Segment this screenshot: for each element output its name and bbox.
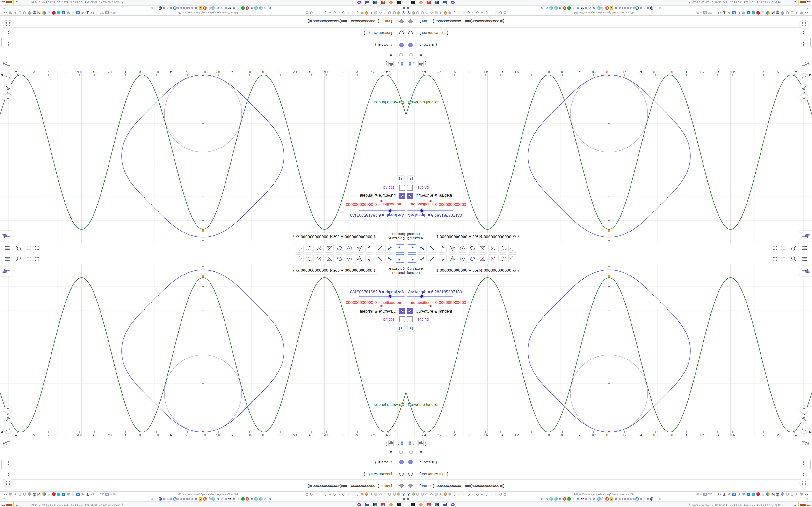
object-visibility-dot[interactable] [400,19,404,24]
gear-icon[interactable] [8,10,12,15]
overflow-icon[interactable] [3,10,7,15]
wrench-icon[interactable] [795,492,799,497]
tab-favicon-g[interactable]: G [558,497,562,501]
shield-cyan-icon[interactable]: U [57,10,61,15]
menu-icon[interactable] [801,245,808,251]
tab-favicon-g[interactable]: G [264,497,267,501]
tool-point-on-line-button[interactable] [489,255,497,263]
tab-favicon-flake-light[interactable] [659,498,661,500]
folder-icon[interactable] [489,10,493,15]
lock-icon[interactable] [503,492,507,497]
tool-move-graphics-view-button[interactable] [508,255,517,263]
tab-favicon-chat[interactable] [173,497,176,501]
tab-favicon-g[interactable]: G [592,6,596,10]
tab-favicon-flake[interactable] [619,7,621,9]
undo-button[interactable] [34,245,40,251]
tool-polygon-button[interactable] [355,255,364,263]
play-step-button[interactable] [407,176,415,182]
star-icon[interactable] [708,10,712,15]
curvature-tangent-checkbox[interactable]: ✓ [407,193,413,199]
translate-icon[interactable]: A [105,492,109,497]
tab-favicon-g[interactable]: G [194,6,198,10]
tool-line-button[interactable] [375,244,384,252]
page-icon[interactable] [790,492,794,497]
ghost-icon[interactable] [351,10,355,15]
tab-favicon-flake[interactable] [647,498,649,500]
ring-sm-icon[interactable] [480,492,484,497]
plus-blue-icon[interactable]: + [747,10,751,15]
shield-cyan-icon[interactable]: U [57,492,61,497]
pencil-icon[interactable] [727,492,731,497]
globe-icon[interactable] [388,492,392,497]
url-bar[interactable]: https://www.geogebra.org/classic/aagcxh3… [551,10,658,15]
tab-favicon-g[interactable]: G [572,497,575,501]
row-kebab-icon[interactable] [8,31,9,36]
translate-blue-icon[interactable]: A [76,492,80,497]
globe-icon[interactable] [374,492,378,497]
sort-icon[interactable] [2,61,11,67]
oval-icon[interactable] [737,492,741,497]
arc-length-slider-thumb[interactable] [419,208,424,213]
tab-favicon-ya[interactable]: Я [605,497,609,501]
tool-polygon-button[interactable] [355,244,364,252]
tab-favicon-flake[interactable] [186,7,188,9]
circle-red-icon[interactable] [52,10,56,15]
wrench-icon[interactable] [369,10,373,15]
arc-icon[interactable] [425,10,429,15]
tab-favicon-flake[interactable] [170,498,172,500]
tab-favicon-ya[interactable]: Я [246,6,249,10]
trash-icon[interactable] [761,492,765,497]
arc-length-slider[interactable] [359,210,405,212]
wrench-icon[interactable] [439,492,443,497]
collapse-icon[interactable]: − [400,53,403,56]
zoom-in-button[interactable] [4,415,12,423]
tool-circle-center-point-button[interactable] [458,255,467,263]
plus-blue-icon[interactable]: + [61,492,65,497]
ghost-icon[interactable] [346,492,350,497]
fx-icon[interactable]: fx [394,440,400,446]
d-square-icon[interactable]: D [37,10,41,15]
olive-icon[interactable] [411,492,415,497]
collapse-icon[interactable]: − [400,451,403,454]
redo-button[interactable] [779,245,786,251]
tab-favicon-info[interactable]: i [208,6,211,10]
tab-favicon-flake[interactable] [619,498,621,500]
algebra-panel-icon[interactable] [400,440,405,446]
plus-blue-icon[interactable]: + [61,10,65,15]
tab-favicon-f-red[interactable] [154,6,158,10]
object-visibility-dot[interactable] [408,43,412,47]
globe-icon[interactable] [388,10,392,15]
ring-sm-icon[interactable] [471,10,475,15]
home-button[interactable] [4,406,12,413]
tool-point-on-line-button[interactable] [315,255,323,263]
tab-favicon-flake[interactable] [225,7,227,9]
pause-icon[interactable] [407,6,409,9]
algebra-panel-icon[interactable] [407,61,412,67]
globe-icon[interactable] [416,492,420,497]
shield-icon[interactable] [310,492,314,497]
tracing-checkbox[interactable] [399,316,405,322]
search-icon[interactable] [790,256,797,262]
shield-icon[interactable] [498,492,502,497]
tab-favicon-flake[interactable] [189,498,191,500]
tab-favicon-photo[interactable] [610,6,613,10]
arc-icon[interactable] [378,10,383,15]
gear-icon[interactable] [448,10,452,15]
tool-perpendicular-line-button[interactable] [365,255,374,263]
algebra-row-curves[interactable]: curves = {} [3,456,406,468]
tab-favicon-wiki[interactable]: W [228,497,232,501]
object-visibility-dot[interactable] [408,19,412,24]
taskbar-app-settings-red[interactable] [380,0,386,5]
taskbar-app-firefox[interactable] [418,0,424,5]
algebra-row-funcnames[interactable]: funcNames = {" "} [406,468,809,480]
collapse-icon[interactable]: − [409,53,412,56]
curvature-function-input[interactable]: 1.000000000000 + cos(4.000000000000 x) ▼ [434,233,512,240]
algebra-list-header[interactable]: − List [406,448,812,456]
tab-favicon-flake[interactable] [633,7,635,9]
gear-icon[interactable] [418,61,424,67]
ghost-icon[interactable] [457,492,461,497]
shield-cyan-icon[interactable]: U [751,10,755,15]
search-icon[interactable] [15,256,22,262]
tab-favicon-g[interactable]: G [643,6,646,10]
graphics-stylebar-button[interactable] [0,231,12,241]
